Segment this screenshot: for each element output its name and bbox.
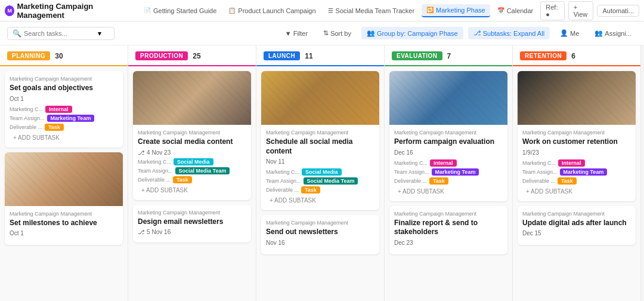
sort-label: Sort by	[330, 30, 351, 37]
phase-badge-planning: PLANNING	[7, 51, 50, 60]
meta-label: Marketing C...	[522, 160, 556, 166]
doc-icon: 📄	[144, 7, 151, 14]
card-prod-1[interactable]: Marketing Campaign Management Create soc…	[133, 71, 251, 200]
tag-task: Task	[429, 177, 448, 185]
column-launch: LAUNCH 11 Marketing Campaign Management …	[256, 45, 385, 301]
card-ret-2[interactable]: Marketing Campaign Management Update dig…	[518, 206, 636, 245]
column-retention: RETENTION 6 Marketing Campaign Managemen…	[513, 45, 641, 301]
add-subtask-btn[interactable]: + ADD SUBTASK	[266, 195, 374, 205]
column-evaluation: EVALUATION 7 Marketing Campaign Manageme…	[385, 45, 513, 301]
sort-icon: ⇅	[323, 29, 329, 37]
subtask-count: 4	[147, 149, 150, 156]
card-date: Dec 23	[394, 239, 503, 246]
card-project: Marketing Campaign Management	[10, 76, 118, 82]
card-title: Set milestones to achieve	[10, 219, 118, 228]
search-box[interactable]: 🔍 ▾	[7, 27, 114, 40]
automate-button[interactable]: Automati...	[597, 5, 639, 17]
add-subtask-btn[interactable]: + ADD SUBTASK	[522, 186, 631, 196]
tag-team: Marketing Team	[560, 168, 608, 176]
add-subtask-btn[interactable]: + ADD SUBTASK	[394, 186, 503, 196]
group-label: Group by: Campaign Phase	[377, 30, 458, 37]
card-body: Marketing Campaign Management Create soc…	[133, 125, 251, 200]
filter-button[interactable]: ▼ Filter	[280, 27, 313, 39]
topbar: M Marketing Campaign Management 📄 Gettin…	[0, 0, 644, 22]
tab-getting-started[interactable]: 📄 Getting Started Guide	[139, 5, 221, 17]
card-plan-1[interactable]: Marketing Campaign Management Set goals …	[5, 71, 123, 148]
card-title: Set goals and objectives	[10, 84, 118, 93]
card-meta-campaign: Marketing C... Social Media	[266, 168, 374, 176]
card-date: Dec 16	[394, 149, 503, 156]
subtask-count: 5	[147, 229, 150, 235]
card-body: Marketing Campaign Management Schedule a…	[261, 125, 379, 210]
filter-actions: ▼ Filter ⇅ Sort by 👥 Group by: Campaign …	[280, 27, 637, 39]
card-project: Marketing Campaign Management	[266, 130, 374, 136]
card-title: Finalize report & send to stakeholders	[394, 219, 503, 237]
card-image-eval	[389, 71, 507, 125]
tab-social-media[interactable]: ☰ Social Media Team Tracker	[323, 5, 419, 17]
column-header-retention: RETENTION 6	[513, 45, 640, 66]
view-button[interactable]: + View	[568, 1, 594, 20]
subtask-date: Nov 16	[152, 229, 171, 235]
card-date: Oct 1	[10, 96, 118, 102]
card-project: Marketing Campaign Management	[522, 130, 631, 136]
app-logo: M	[5, 5, 14, 16]
card-body: Marketing Campaign Management Work on cu…	[518, 125, 636, 201]
column-body-retention: Marketing Campaign Management Work on cu…	[513, 66, 640, 301]
view-label: + View	[574, 4, 589, 18]
card-plan-2[interactable]: Marketing Campaign Management Set milest…	[5, 152, 123, 245]
card-meta-campaign: Marketing C... Internal	[522, 159, 631, 167]
subtask-icon: ⎇	[138, 229, 145, 235]
meta-team-label: Team Assign...	[394, 169, 429, 175]
search-input[interactable]	[24, 30, 95, 37]
column-count-planning: 30	[55, 52, 63, 60]
add-subtask-btn[interactable]: + ADD SUBTASK	[10, 133, 118, 143]
card-body: Marketing Campaign Management Set milest…	[5, 206, 123, 245]
card-title: Perform campaign evaluation	[394, 137, 503, 147]
me-button[interactable]: 👤 Me	[555, 27, 584, 39]
card-body: Marketing Campaign Management Finalize r…	[389, 206, 507, 254]
card-image-retention	[518, 71, 636, 125]
filter-label: Filter	[293, 30, 308, 37]
tag-internal: Internal	[430, 159, 457, 167]
assignee-button[interactable]: 👥 Assigni...	[589, 27, 637, 39]
meta-team-label: Team Assign...	[138, 168, 173, 174]
group-button[interactable]: 👥 Group by: Campaign Phase	[361, 27, 463, 39]
automate-label: Automati...	[602, 7, 634, 14]
list-icon: 📋	[228, 7, 236, 14]
ref-button[interactable]: Ref: ●	[540, 1, 564, 20]
column-header-evaluation: EVALUATION 7	[385, 45, 512, 66]
card-project: Marketing Campaign Management	[394, 211, 503, 217]
card-ret-1[interactable]: Marketing Campaign Management Work on cu…	[518, 71, 636, 201]
card-launch-1[interactable]: Marketing Campaign Management Schedule a…	[261, 71, 379, 210]
tab-calendar[interactable]: 📅 Calendar	[493, 5, 538, 17]
tag-task: Task	[558, 177, 577, 185]
sort-button[interactable]: ⇅ Sort by	[318, 27, 357, 39]
card-eval-1[interactable]: Marketing Campaign Management Perform ca…	[389, 71, 507, 201]
phase-badge-production: PRODUCTION	[135, 51, 188, 60]
calendar-icon: 📅	[497, 7, 504, 14]
card-project: Marketing Campaign Management	[10, 211, 118, 217]
card-launch-2[interactable]: Marketing Campaign Management Send out n…	[261, 215, 379, 254]
topbar-actions: Ref: ● + View Automati...	[540, 1, 639, 20]
card-project: Marketing Campaign Management	[138, 130, 246, 136]
card-meta-campaign: Marketing C... Internal	[10, 106, 118, 113]
tab-marketing-phase[interactable]: 🔁 Marketing Phase	[422, 4, 490, 17]
tab-product-launch[interactable]: 📋 Product Launch Campaign	[224, 5, 320, 17]
card-project: Marketing Campaign Management	[266, 220, 374, 226]
card-project: Marketing Campaign Management	[394, 130, 503, 136]
column-header-production: PRODUCTION 25	[128, 45, 256, 66]
meta-label: Marketing C...	[138, 159, 171, 165]
card-meta-campaign: Marketing C... Social Media	[138, 158, 246, 165]
add-subtask-btn[interactable]: + ADD SUBTASK	[138, 185, 246, 195]
meta-deliverable-label: Deliverable ...	[266, 187, 299, 193]
tag-social: Social Media	[174, 158, 213, 165]
card-eval-2[interactable]: Marketing Campaign Management Finalize r…	[389, 206, 507, 254]
card-prod-2[interactable]: Marketing Campaign Management Design ema…	[133, 205, 251, 243]
tab-label: Getting Started Guide	[153, 7, 216, 14]
phase-badge-launch: LAUNCH	[264, 51, 300, 60]
column-count-launch: 11	[305, 52, 312, 60]
card-project: Marketing Campaign Management	[522, 211, 631, 217]
kanban-board: PLANNING 30 Marketing Campaign Managemen…	[0, 45, 644, 301]
subtasks-button[interactable]: ⎇ Subtasks: Expand All	[468, 27, 550, 39]
card-date: Nov 16	[266, 239, 374, 246]
